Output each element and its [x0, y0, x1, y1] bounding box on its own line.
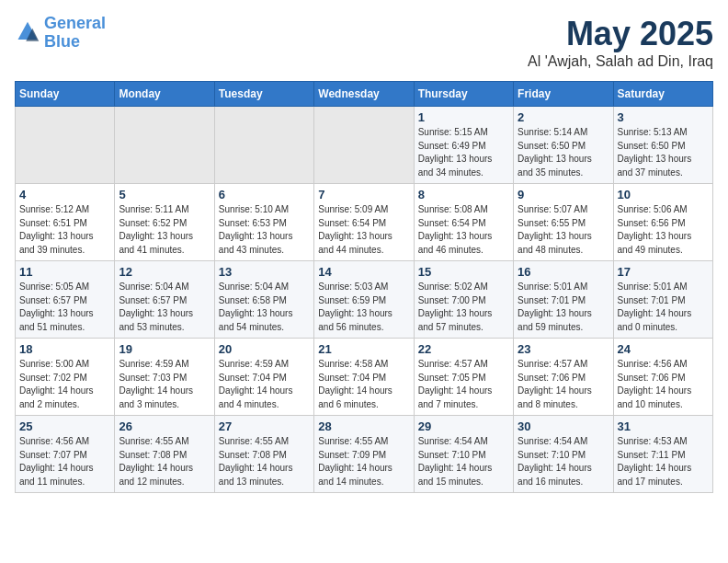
day-number: 14 — [318, 265, 409, 279]
week-row-3: 18Sunrise: 5:00 AM Sunset: 7:02 PM Dayli… — [16, 339, 713, 416]
day-cell: 15Sunrise: 5:02 AM Sunset: 7:00 PM Dayli… — [414, 261, 513, 339]
logo-line2: Blue — [44, 32, 80, 51]
logo: General Blue — [15, 15, 106, 52]
day-cell: 26Sunrise: 4:55 AM Sunset: 7:08 PM Dayli… — [115, 416, 214, 493]
day-info: Sunrise: 5:06 AM Sunset: 6:56 PM Dayligh… — [618, 203, 709, 257]
day-cell: 31Sunrise: 4:53 AM Sunset: 7:11 PM Dayli… — [613, 416, 712, 493]
day-info: Sunrise: 4:55 AM Sunset: 7:08 PM Dayligh… — [119, 435, 210, 488]
day-cell: 27Sunrise: 4:55 AM Sunset: 7:08 PM Dayli… — [214, 416, 313, 493]
day-cell: 22Sunrise: 4:57 AM Sunset: 7:05 PM Dayli… — [414, 339, 513, 416]
day-cell: 5Sunrise: 5:11 AM Sunset: 6:52 PM Daylig… — [115, 184, 214, 261]
day-number: 12 — [119, 265, 210, 279]
day-info: Sunrise: 5:09 AM Sunset: 6:54 PM Dayligh… — [318, 203, 409, 257]
day-cell: 19Sunrise: 4:59 AM Sunset: 7:03 PM Dayli… — [115, 339, 214, 416]
day-number: 6 — [219, 188, 310, 201]
day-cell: 2Sunrise: 5:14 AM Sunset: 6:50 PM Daylig… — [514, 107, 613, 184]
day-cell: 28Sunrise: 4:55 AM Sunset: 7:09 PM Dayli… — [314, 416, 414, 493]
day-number: 27 — [219, 419, 310, 433]
day-info: Sunrise: 4:57 AM Sunset: 7:06 PM Dayligh… — [518, 358, 609, 411]
day-cell: 21Sunrise: 4:58 AM Sunset: 7:04 PM Dayli… — [314, 339, 414, 416]
day-info: Sunrise: 5:12 AM Sunset: 6:51 PM Dayligh… — [19, 203, 110, 257]
day-number: 31 — [618, 419, 709, 433]
weekday-header-wednesday: Wednesday — [314, 82, 414, 107]
day-info: Sunrise: 5:14 AM Sunset: 6:50 PM Dayligh… — [518, 126, 609, 179]
day-number: 25 — [19, 419, 110, 433]
day-number: 29 — [418, 419, 509, 433]
day-number: 2 — [518, 110, 609, 124]
day-cell: 10Sunrise: 5:06 AM Sunset: 6:56 PM Dayli… — [613, 184, 712, 261]
day-number: 3 — [618, 110, 709, 124]
day-cell: 4Sunrise: 5:12 AM Sunset: 6:51 PM Daylig… — [16, 184, 115, 261]
day-info: Sunrise: 4:57 AM Sunset: 7:05 PM Dayligh… — [418, 358, 509, 411]
weekday-header-row: SundayMondayTuesdayWednesdayThursdayFrid… — [16, 82, 713, 107]
day-info: Sunrise: 4:54 AM Sunset: 7:10 PM Dayligh… — [518, 435, 609, 488]
day-info: Sunrise: 5:05 AM Sunset: 6:57 PM Dayligh… — [19, 281, 110, 334]
title-area: May 2025 Al 'Awjah, Salah ad Din, Iraq — [528, 15, 713, 70]
day-info: Sunrise: 5:07 AM Sunset: 6:55 PM Dayligh… — [518, 203, 609, 257]
day-info: Sunrise: 5:15 AM Sunset: 6:49 PM Dayligh… — [418, 126, 509, 179]
day-cell: 30Sunrise: 4:54 AM Sunset: 7:10 PM Dayli… — [514, 416, 613, 493]
week-row-1: 4Sunrise: 5:12 AM Sunset: 6:51 PM Daylig… — [16, 184, 713, 261]
day-info: Sunrise: 5:01 AM Sunset: 7:01 PM Dayligh… — [518, 281, 609, 334]
day-cell: 11Sunrise: 5:05 AM Sunset: 6:57 PM Dayli… — [16, 261, 115, 339]
day-number: 30 — [518, 419, 609, 433]
day-number: 28 — [318, 419, 409, 433]
weekday-header-thursday: Thursday — [414, 82, 513, 107]
day-info: Sunrise: 5:10 AM Sunset: 6:53 PM Dayligh… — [219, 203, 310, 257]
day-info: Sunrise: 4:58 AM Sunset: 7:04 PM Dayligh… — [318, 358, 409, 411]
day-number: 21 — [318, 342, 409, 356]
day-number: 15 — [418, 265, 509, 279]
day-cell: 18Sunrise: 5:00 AM Sunset: 7:02 PM Dayli… — [16, 339, 115, 416]
logo-icon — [15, 20, 40, 46]
day-number: 22 — [418, 342, 509, 356]
weekday-header-sunday: Sunday — [16, 82, 115, 107]
day-cell: 29Sunrise: 4:54 AM Sunset: 7:10 PM Dayli… — [414, 416, 513, 493]
day-cell — [214, 107, 313, 184]
day-number: 7 — [318, 188, 409, 201]
day-info: Sunrise: 4:56 AM Sunset: 7:07 PM Dayligh… — [19, 435, 110, 488]
day-number: 9 — [518, 188, 609, 201]
day-info: Sunrise: 5:03 AM Sunset: 6:59 PM Dayligh… — [318, 281, 409, 334]
day-cell: 3Sunrise: 5:13 AM Sunset: 6:50 PM Daylig… — [613, 107, 712, 184]
calendar-table: SundayMondayTuesdayWednesdayThursdayFrid… — [15, 81, 713, 493]
day-number: 10 — [618, 188, 709, 201]
day-info: Sunrise: 4:55 AM Sunset: 7:08 PM Dayligh… — [219, 435, 310, 488]
day-cell: 9Sunrise: 5:07 AM Sunset: 6:55 PM Daylig… — [514, 184, 613, 261]
day-number: 23 — [518, 342, 609, 356]
day-number: 18 — [19, 342, 110, 356]
day-info: Sunrise: 5:11 AM Sunset: 6:52 PM Dayligh… — [119, 203, 210, 257]
day-cell: 1Sunrise: 5:15 AM Sunset: 6:49 PM Daylig… — [414, 107, 513, 184]
day-cell — [16, 107, 115, 184]
header: General Blue May 2025 Al 'Awjah, Salah a… — [15, 15, 713, 70]
weekday-header-monday: Monday — [115, 82, 214, 107]
day-info: Sunrise: 5:08 AM Sunset: 6:54 PM Dayligh… — [418, 203, 509, 257]
day-info: Sunrise: 4:59 AM Sunset: 7:04 PM Dayligh… — [219, 358, 310, 411]
day-cell: 20Sunrise: 4:59 AM Sunset: 7:04 PM Dayli… — [214, 339, 313, 416]
weekday-header-friday: Friday — [514, 82, 613, 107]
day-cell — [115, 107, 214, 184]
day-cell: 16Sunrise: 5:01 AM Sunset: 7:01 PM Dayli… — [514, 261, 613, 339]
day-info: Sunrise: 5:04 AM Sunset: 6:57 PM Dayligh… — [119, 281, 210, 334]
day-number: 11 — [19, 265, 110, 279]
day-info: Sunrise: 4:55 AM Sunset: 7:09 PM Dayligh… — [318, 435, 409, 488]
day-number: 16 — [518, 265, 609, 279]
day-number: 5 — [119, 188, 210, 201]
day-info: Sunrise: 5:01 AM Sunset: 7:01 PM Dayligh… — [618, 281, 709, 334]
day-cell: 12Sunrise: 5:04 AM Sunset: 6:57 PM Dayli… — [115, 261, 214, 339]
day-info: Sunrise: 4:54 AM Sunset: 7:10 PM Dayligh… — [418, 435, 509, 488]
day-cell: 17Sunrise: 5:01 AM Sunset: 7:01 PM Dayli… — [613, 261, 712, 339]
logo-line1: General — [44, 14, 106, 32]
day-info: Sunrise: 5:00 AM Sunset: 7:02 PM Dayligh… — [19, 358, 110, 411]
day-cell: 25Sunrise: 4:56 AM Sunset: 7:07 PM Dayli… — [16, 416, 115, 493]
day-number: 26 — [119, 419, 210, 433]
calendar-title: May 2025 — [528, 15, 713, 53]
day-cell: 8Sunrise: 5:08 AM Sunset: 6:54 PM Daylig… — [414, 184, 513, 261]
day-cell: 14Sunrise: 5:03 AM Sunset: 6:59 PM Dayli… — [314, 261, 414, 339]
week-row-0: 1Sunrise: 5:15 AM Sunset: 6:49 PM Daylig… — [16, 107, 713, 184]
day-number: 20 — [219, 342, 310, 356]
day-info: Sunrise: 5:04 AM Sunset: 6:58 PM Dayligh… — [219, 281, 310, 334]
day-number: 17 — [618, 265, 709, 279]
day-number: 1 — [418, 110, 509, 124]
week-row-4: 25Sunrise: 4:56 AM Sunset: 7:07 PM Dayli… — [16, 416, 713, 493]
day-info: Sunrise: 4:59 AM Sunset: 7:03 PM Dayligh… — [119, 358, 210, 411]
